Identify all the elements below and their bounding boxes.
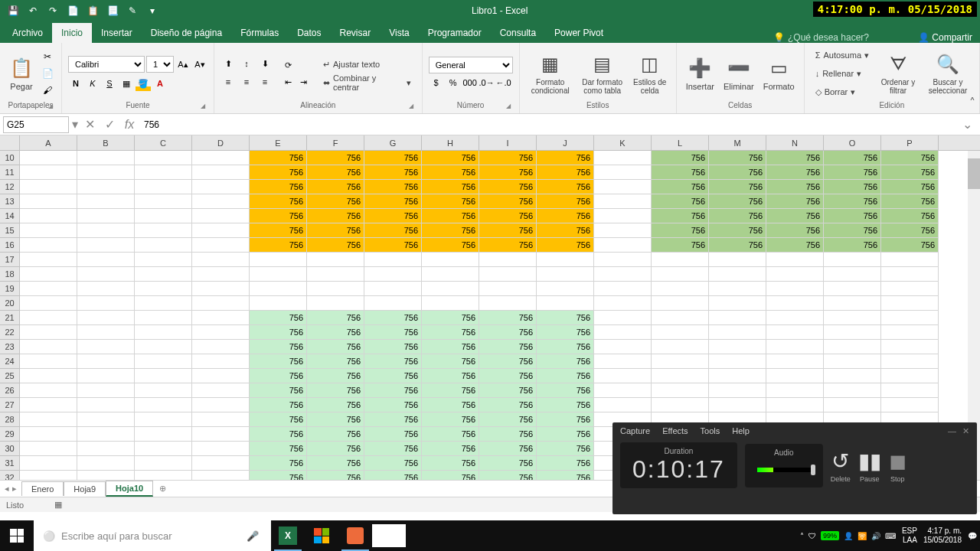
cell[interactable]: 756 bbox=[652, 209, 709, 223]
cell[interactable] bbox=[881, 369, 939, 383]
cell[interactable] bbox=[20, 209, 77, 223]
tab-inicio[interactable]: Inicio bbox=[52, 23, 92, 43]
redo-icon[interactable]: ↷ bbox=[46, 4, 60, 18]
fill-button[interactable]: ↓ Rellenar ▾ bbox=[811, 65, 874, 82]
share-button[interactable]: 👤 Compartir bbox=[918, 32, 972, 43]
cell[interactable] bbox=[422, 267, 479, 282]
battery-indicator[interactable]: 99% bbox=[821, 531, 839, 540]
align-top-icon[interactable]: ⬆ bbox=[220, 56, 236, 71]
rec-delete-button[interactable]: ↺Delete bbox=[831, 448, 851, 483]
cell[interactable] bbox=[250, 267, 307, 282]
cell[interactable]: 756 bbox=[537, 238, 594, 253]
cell[interactable] bbox=[77, 442, 135, 456]
cell[interactable] bbox=[709, 398, 766, 412]
tab-revisar[interactable]: Revisar bbox=[331, 23, 381, 43]
row-header[interactable]: 17 bbox=[0, 253, 20, 267]
tray-chevron-icon[interactable]: ˄ bbox=[800, 532, 804, 540]
tray-keyboard-icon[interactable]: ⌨ bbox=[885, 532, 896, 540]
cell[interactable] bbox=[77, 282, 135, 296]
cell[interactable]: 756 bbox=[364, 398, 422, 412]
row-header[interactable]: 28 bbox=[0, 412, 20, 427]
cell[interactable]: 756 bbox=[537, 354, 594, 369]
cell[interactable]: 756 bbox=[479, 398, 537, 412]
cell[interactable] bbox=[709, 282, 766, 296]
cell[interactable] bbox=[77, 267, 135, 282]
cell[interactable]: 756 bbox=[709, 165, 766, 180]
cell[interactable] bbox=[824, 253, 881, 267]
search-input[interactable] bbox=[61, 530, 240, 542]
cell[interactable] bbox=[135, 209, 192, 223]
cell[interactable]: 756 bbox=[307, 194, 364, 209]
cell[interactable]: 756 bbox=[422, 325, 479, 340]
italic-button[interactable]: K bbox=[85, 76, 100, 91]
cell[interactable]: 756 bbox=[364, 238, 422, 253]
number-format-select[interactable]: General bbox=[429, 57, 513, 73]
cell[interactable]: 756 bbox=[250, 209, 307, 223]
cell[interactable]: 756 bbox=[652, 223, 709, 238]
cell[interactable] bbox=[192, 209, 250, 223]
cell[interactable]: 756 bbox=[881, 151, 939, 165]
cell[interactable] bbox=[135, 412, 192, 427]
touch-mode-icon[interactable]: ✎ bbox=[126, 4, 139, 18]
cell[interactable] bbox=[766, 296, 824, 311]
cell[interactable] bbox=[20, 325, 77, 340]
audio-level-meter[interactable] bbox=[757, 468, 811, 472]
cell[interactable]: 756 bbox=[479, 427, 537, 442]
dialog-launcher-icon[interactable]: ◢ bbox=[198, 103, 207, 112]
col-header[interactable]: A bbox=[20, 135, 77, 150]
cell[interactable]: 756 bbox=[652, 151, 709, 165]
row-header[interactable]: 30 bbox=[0, 442, 20, 456]
dialog-launcher-icon[interactable]: ◢ bbox=[46, 103, 55, 112]
clear-button[interactable]: ◇ Borrar ▾ bbox=[811, 83, 874, 100]
cell[interactable] bbox=[192, 354, 250, 369]
format-table-button[interactable]: ▤Dar formato como tabla bbox=[578, 51, 627, 96]
sheet-tab-hoja9[interactable]: Hoja9 bbox=[64, 481, 106, 496]
cell[interactable]: 756 bbox=[766, 209, 824, 223]
cell[interactable]: 756 bbox=[422, 354, 479, 369]
cell[interactable] bbox=[652, 253, 709, 267]
cell[interactable] bbox=[192, 238, 250, 253]
cell[interactable]: 756 bbox=[479, 325, 537, 340]
tab-vista[interactable]: Vista bbox=[380, 23, 418, 43]
cell[interactable] bbox=[192, 282, 250, 296]
cell[interactable]: 756 bbox=[537, 165, 594, 180]
cell[interactable]: 756 bbox=[479, 442, 537, 456]
col-header[interactable]: K bbox=[594, 135, 652, 150]
cell[interactable]: 756 bbox=[479, 238, 537, 253]
cell[interactable] bbox=[135, 267, 192, 282]
font-name-select[interactable]: Calibri bbox=[68, 56, 145, 73]
cell[interactable] bbox=[652, 369, 709, 383]
cell[interactable] bbox=[594, 354, 652, 369]
cell[interactable] bbox=[192, 194, 250, 209]
cell[interactable] bbox=[192, 383, 250, 398]
cell[interactable]: 756 bbox=[479, 209, 537, 223]
cell[interactable] bbox=[709, 253, 766, 267]
name-box[interactable] bbox=[3, 116, 69, 133]
cell[interactable] bbox=[20, 180, 77, 194]
col-header[interactable]: E bbox=[250, 135, 307, 150]
cell[interactable] bbox=[824, 282, 881, 296]
cell[interactable] bbox=[20, 354, 77, 369]
cell[interactable]: 756 bbox=[881, 238, 939, 253]
copy-icon[interactable]: 📄 bbox=[40, 66, 55, 81]
row-header[interactable]: 32 bbox=[0, 471, 20, 480]
cell[interactable] bbox=[20, 398, 77, 412]
cell[interactable] bbox=[250, 253, 307, 267]
cell[interactable]: 756 bbox=[364, 412, 422, 427]
cell[interactable] bbox=[192, 325, 250, 340]
cell[interactable] bbox=[20, 282, 77, 296]
cell[interactable] bbox=[652, 398, 709, 412]
tab-datos[interactable]: Datos bbox=[288, 23, 330, 43]
cell[interactable]: 756 bbox=[537, 194, 594, 209]
formula-input[interactable] bbox=[141, 116, 959, 133]
cell[interactable]: 756 bbox=[824, 165, 881, 180]
cell[interactable] bbox=[537, 253, 594, 267]
cell[interactable]: 756 bbox=[709, 180, 766, 194]
cell[interactable] bbox=[594, 398, 652, 412]
cell[interactable]: 756 bbox=[422, 442, 479, 456]
cell[interactable]: 756 bbox=[881, 223, 939, 238]
cell[interactable] bbox=[766, 354, 824, 369]
underline-button[interactable]: S bbox=[102, 76, 117, 91]
merge-button[interactable]: ⬌ Combinar y centrar ▾ bbox=[318, 74, 416, 91]
cancel-formula-icon[interactable]: ✕ bbox=[81, 116, 98, 133]
